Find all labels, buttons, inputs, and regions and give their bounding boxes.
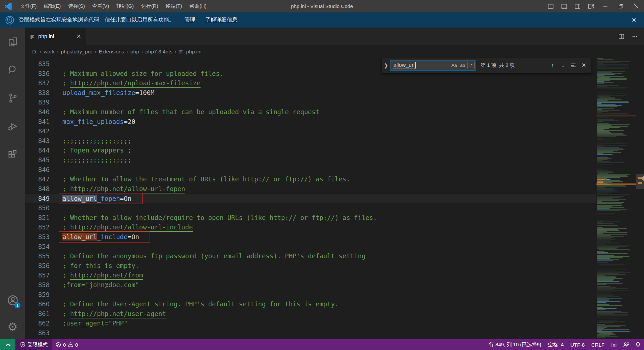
more-actions-icon[interactable]: [629, 31, 641, 43]
editor-scrollbar[interactable]: [636, 58, 644, 339]
find-input[interactable]: allow_url Aa ab .*: [390, 60, 476, 71]
code-line[interactable]: 851; Whether to allow include/require to…: [25, 213, 596, 223]
split-editor-icon[interactable]: [615, 31, 627, 43]
breadcrumb-item[interactable]: Extensions: [98, 49, 125, 55]
close-window-button[interactable]: [629, 0, 644, 12]
restricted-mode-status[interactable]: 受限模式: [15, 339, 52, 350]
line-content: ;;;;;;;;;;;;;;;;;;: [50, 136, 131, 146]
line-number: 839: [25, 97, 50, 107]
code-line[interactable]: 856; for this is empty.: [25, 261, 596, 271]
code-line[interactable]: 838upload_max_filesize=100M: [25, 88, 596, 98]
line-content: [50, 97, 62, 107]
menu-item[interactable]: 运行(R): [138, 0, 162, 12]
menu-item[interactable]: 帮助(H): [186, 0, 210, 12]
code-line[interactable]: 860; Define the User-Agent string. PHP's…: [25, 299, 596, 309]
find-close-icon[interactable]: ✕: [579, 60, 589, 71]
line-number: 859: [25, 290, 50, 300]
code-line[interactable]: 850: [25, 203, 596, 213]
status-item-selection[interactable]: 行 849, 列 10 (已选择9): [486, 339, 545, 350]
toggle-sidebar-icon[interactable]: [544, 0, 557, 12]
menu-item[interactable]: 查看(V): [89, 0, 113, 12]
minimize-button[interactable]: [598, 0, 613, 12]
code-line[interactable]: 843;;;;;;;;;;;;;;;;;;: [25, 136, 596, 146]
tab-php-ini[interactable]: php.ini ✕: [25, 28, 86, 45]
notifications-bell-icon[interactable]: [632, 339, 644, 350]
breadcrumb-item[interactable]: php: [130, 49, 140, 55]
run-debug-icon[interactable]: [0, 112, 25, 140]
settings-gear-icon[interactable]: ⚙: [0, 314, 25, 339]
status-item-indent[interactable]: 空格: 4: [545, 339, 567, 350]
code-line[interactable]: 857; http://php.net/from: [25, 270, 596, 280]
text-caret: [415, 62, 416, 69]
breadcrumb-item[interactable]: php7.3.4nts: [145, 49, 173, 55]
line-content: ;from="john@doe.com": [50, 280, 139, 290]
previous-match-icon[interactable]: ↑: [547, 60, 558, 71]
breadcrumb-item[interactable]: phpstudy_pro: [60, 49, 93, 55]
code-line[interactable]: 854: [25, 242, 596, 252]
breadcrumb-item[interactable]: work: [43, 49, 55, 55]
status-item-encoding[interactable]: UTF-8: [567, 339, 588, 350]
code-line[interactable]: 863: [25, 328, 596, 338]
match-case-toggle[interactable]: Aa: [450, 62, 458, 69]
editor[interactable]: 835836; Maximum allowed size for uploade…: [25, 58, 644, 339]
find-expand-chevron-icon[interactable]: ❯: [382, 62, 390, 69]
customize-layout-icon[interactable]: [584, 0, 598, 12]
source-control-icon[interactable]: [0, 84, 25, 112]
remote-indicator[interactable]: ><: [0, 339, 15, 350]
accounts-icon[interactable]: 1: [0, 286, 25, 314]
banner-close-icon[interactable]: ✕: [629, 15, 639, 25]
whole-word-toggle[interactable]: ab: [459, 62, 466, 69]
regex-toggle[interactable]: .*: [467, 62, 475, 69]
next-match-icon[interactable]: ↓: [558, 60, 568, 71]
extensions-icon[interactable]: [0, 140, 25, 169]
title-bar: 文件(F)编辑(E)选择(S)查看(V)转到(G)运行(R)终端(T)帮助(H)…: [0, 0, 644, 12]
status-item-eol[interactable]: CRLF: [588, 339, 608, 350]
find-in-selection-icon[interactable]: [568, 60, 579, 71]
status-item-language[interactable]: Ini: [608, 339, 620, 350]
code-line[interactable]: 842: [25, 126, 596, 136]
learn-more-link[interactable]: 了解详细信息: [205, 16, 237, 24]
restore-button[interactable]: [613, 0, 629, 12]
line-number: 860: [25, 299, 50, 309]
breadcrumb-separator: ›: [140, 49, 145, 54]
toggle-panel-icon[interactable]: [557, 0, 571, 12]
line-content: ;;;;;;;;;;;;;;;;;;: [50, 155, 131, 165]
code-line[interactable]: 848; http://php.net/allow-url-fopen: [25, 184, 596, 194]
code-line[interactable]: 862;user_agent="PHP": [25, 318, 596, 328]
menu-item[interactable]: 转到(G): [113, 0, 138, 12]
code-line[interactable]: 847; Whether to allow the treatment of U…: [25, 174, 596, 184]
code-line[interactable]: 861; http://php.net/user-agent: [25, 309, 596, 319]
code-line[interactable]: 858;from="john@doe.com": [25, 280, 596, 290]
line-number: 855: [25, 251, 50, 261]
search-icon[interactable]: [0, 56, 25, 84]
code-line[interactable]: 839: [25, 97, 596, 107]
line-content: ; http://php.net/upload-max-filesize: [50, 78, 201, 88]
tab-close-icon[interactable]: ✕: [75, 33, 83, 41]
code-line[interactable]: 841max_file_uploads=20: [25, 117, 596, 127]
menu-item[interactable]: 编辑(E): [40, 0, 64, 12]
code-line[interactable]: 837; http://php.net/upload-max-filesize: [25, 78, 596, 88]
code-line[interactable]: 859: [25, 290, 596, 300]
code-line[interactable]: 845;;;;;;;;;;;;;;;;;;: [25, 155, 596, 165]
breadcrumb-separator: ›: [173, 49, 178, 54]
minimap[interactable]: [596, 58, 636, 339]
line-number: 843: [25, 136, 50, 146]
menu-item[interactable]: 选择(S): [64, 0, 89, 12]
toggle-secondary-sidebar-icon[interactable]: [571, 0, 584, 12]
line-number: 853: [25, 232, 50, 242]
code-line[interactable]: 846: [25, 165, 596, 175]
menu-item[interactable]: 终端(T): [162, 0, 186, 12]
code-line[interactable]: 855; Define the anonymous ftp password (…: [25, 251, 596, 261]
code-line[interactable]: 840; Maximum number of files that can be…: [25, 107, 596, 117]
breadcrumb-item[interactable]: php.ini: [178, 49, 202, 55]
explorer-icon[interactable]: [0, 28, 25, 56]
code-line[interactable]: 852; http://php.net/allow-url-include: [25, 222, 596, 232]
problems-status[interactable]: 0 0: [52, 339, 82, 350]
manage-link[interactable]: 管理: [184, 16, 195, 24]
breadcrumb-item[interactable]: D:: [32, 49, 38, 55]
code-line[interactable]: 844; Fopen wrappers ;: [25, 145, 596, 155]
feedback-icon[interactable]: [620, 339, 632, 350]
line-content: max_file_uploads=20: [50, 117, 135, 127]
breadcrumb-separator: ›: [93, 49, 98, 54]
menu-item[interactable]: 文件(F): [16, 0, 40, 12]
